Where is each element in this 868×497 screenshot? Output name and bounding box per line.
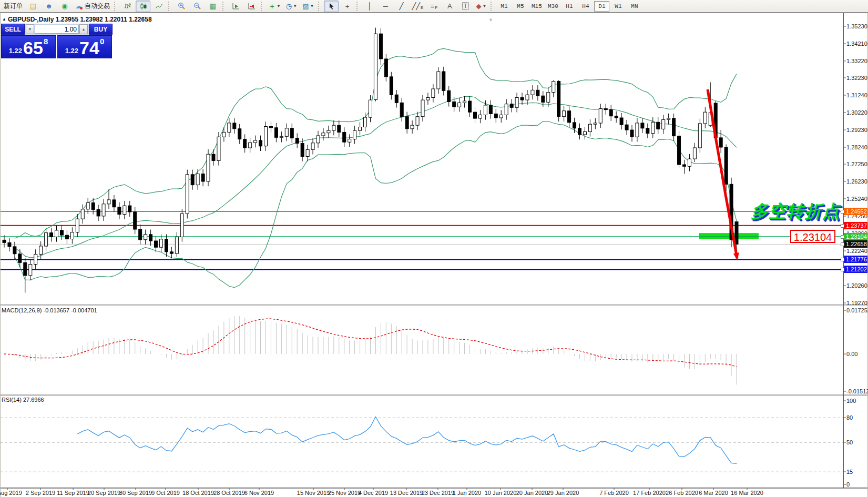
- fibonacci-icon[interactable]: ≡F: [426, 1, 441, 12]
- macd-indicator-label: MACD(12,26,9) -0.013657 -0.004701: [2, 307, 97, 313]
- new-order-button[interactable]: 新订单: [2, 1, 25, 12]
- date-axis-label: 30 Sep 2019: [119, 490, 152, 496]
- line-chart-icon[interactable]: [151, 1, 166, 12]
- timeframe-m30-button[interactable]: M30: [545, 1, 560, 12]
- date-axis-label: 23 Dec 2019: [422, 490, 454, 496]
- date-axis-label: 6 Nov 2019: [244, 490, 274, 496]
- timeframe-h4-button[interactable]: H4: [578, 1, 593, 12]
- trendline-icon[interactable]: ╱: [394, 1, 409, 12]
- chart-shift-icon[interactable]: [244, 1, 259, 12]
- volume-control: ▼ ▲: [25, 24, 89, 35]
- tile-windows-icon[interactable]: ▦: [206, 1, 220, 12]
- toolbar-separator: [222, 2, 226, 11]
- y-axis-label: 1.26230: [846, 178, 867, 185]
- y-axis-label: 50: [846, 439, 853, 445]
- y-axis-label: 1.34210: [846, 40, 867, 47]
- toolbar-separator: [168, 2, 171, 11]
- chart-title-marker-icon: ▲: [2, 17, 6, 22]
- y-axis-label: 80: [846, 414, 853, 421]
- text-icon[interactable]: A: [442, 1, 457, 12]
- date-axis-label: 13 Dec 2019: [390, 490, 423, 496]
- toolbar-separator: [356, 2, 360, 11]
- bar-chart-icon[interactable]: [120, 1, 135, 12]
- y-axis-label: 1.33220: [846, 58, 867, 64]
- date-axis-label: 3 Aug 2019: [0, 490, 22, 496]
- sell-button[interactable]: SELL: [1, 24, 25, 35]
- timeframe-d1-button[interactable]: D1: [594, 1, 609, 12]
- crosshair-icon[interactable]: ＋: [340, 1, 354, 12]
- signals-icon[interactable]: ◉: [57, 1, 72, 12]
- date-axis-label: 11 Sep 2019: [57, 490, 89, 496]
- y-axis-label: 1.32230: [846, 75, 867, 81]
- auto-scroll-icon[interactable]: [228, 1, 243, 12]
- y-axis-label: 100: [846, 398, 856, 404]
- price-label-box[interactable]: 1.23104: [790, 230, 835, 243]
- y-axis-label: 0: [846, 481, 850, 488]
- horizontal-line-icon[interactable]: ─: [378, 1, 393, 12]
- community-icon[interactable]: ☻: [42, 1, 56, 12]
- y-axis-label: 1.35230: [846, 23, 867, 29]
- buy-price-prefix: 1.22: [65, 47, 78, 55]
- date-axis-label: 7 Feb 2020: [599, 490, 629, 496]
- timeframe-m5-button[interactable]: M5: [513, 1, 528, 12]
- price-level-badge: 1.21202: [844, 266, 867, 273]
- date-axis-label: 10 Jan 2020: [485, 490, 517, 496]
- volume-increase-button[interactable]: ▲: [79, 24, 88, 34]
- timeframe-w1-button[interactable]: W1: [610, 1, 626, 12]
- chart-title: GBPUSD-,Daily 1.23955 1.23982 1.22011 1.…: [8, 16, 152, 23]
- buy-button[interactable]: BUY: [89, 24, 113, 35]
- cursor-icon[interactable]: [324, 1, 339, 12]
- date-axis-label: 4 Dec 2019: [359, 490, 388, 496]
- autotrading-button[interactable]: ☁自动交易: [73, 1, 112, 12]
- date-axis-label: 18 Oct 2019: [182, 490, 214, 496]
- arrows-button[interactable]: ◆▼: [474, 1, 488, 12]
- price-level-badge: 1.23737: [844, 222, 867, 229]
- price-level-badge: 1.21776: [844, 256, 867, 263]
- date-axis-label: 20 Sep 2019: [88, 490, 120, 496]
- sell-price-pip: 8: [44, 37, 48, 46]
- y-axis-label: 15: [846, 469, 853, 475]
- y-axis-label: 1.28240: [846, 144, 867, 150]
- y-axis-label: 1.22240: [846, 248, 867, 254]
- sell-price-block[interactable]: 1.22 65 8: [1, 35, 56, 58]
- timeframe-m1-button[interactable]: M1: [496, 1, 512, 12]
- vertical-line-icon[interactable]: │: [362, 1, 377, 12]
- price-level-badge: 1.24552: [844, 208, 867, 215]
- date-axis-label: 16 Mar 2020: [731, 490, 763, 496]
- one-click-trading-panel: SELL ▼ ▲ BUY 1.22 65 8 1.22 74 0: [1, 24, 113, 58]
- history-data-icon[interactable]: ▤: [26, 1, 40, 12]
- timeframe-h1-button[interactable]: H1: [561, 1, 577, 12]
- price-level-badge: 1.23104: [844, 233, 867, 240]
- candlestick-chart-icon[interactable]: [136, 1, 150, 12]
- date-axis-label: 1 Jan 2020: [453, 490, 481, 496]
- volume-decrease-button[interactable]: ▼: [26, 24, 34, 34]
- zoom-out-icon[interactable]: [190, 1, 205, 12]
- buy-price-block[interactable]: 1.22 74 0: [57, 35, 112, 58]
- date-axis-label: 25 Nov 2019: [328, 490, 361, 496]
- templates-button[interactable]: ▨▼: [300, 1, 316, 12]
- toolbar-separator: [261, 2, 264, 11]
- date-axis-label: 17 Feb 2020: [633, 490, 666, 496]
- y-axis-label: 0.017252: [846, 307, 868, 313]
- timeframe-mn-button[interactable]: MN: [627, 1, 642, 12]
- zoom-in-icon[interactable]: [174, 1, 189, 12]
- y-axis-label: 1.31240: [846, 92, 867, 98]
- annotation-text[interactable]: 多空转折点: [751, 200, 840, 224]
- date-axis-label: 6 Mar 2020: [699, 490, 728, 496]
- indicators-button[interactable]: ＋▼: [267, 1, 283, 12]
- price-level-badge: 1.22658: [844, 240, 867, 248]
- timeframe-m15-button[interactable]: M15: [529, 1, 544, 12]
- text-label-icon[interactable]: T: [458, 1, 473, 12]
- chart-shift-marker-icon: ▼: [488, 17, 493, 23]
- toolbar-separator: [491, 2, 494, 11]
- buy-price-pip: 0: [100, 37, 104, 46]
- volume-input[interactable]: [35, 25, 79, 34]
- y-axis-label: 1.30220: [846, 109, 867, 116]
- y-axis-label: 1.19270: [846, 300, 867, 306]
- buy-price-main: 74: [79, 40, 99, 56]
- chart-canvas[interactable]: [0, 0, 868, 497]
- date-axis-label: 2 Sep 2019: [26, 490, 55, 496]
- periods-button[interactable]: ◷▼: [284, 1, 299, 12]
- channel-icon[interactable]: ╱╱E: [410, 1, 425, 12]
- toolbar-separator: [318, 2, 321, 11]
